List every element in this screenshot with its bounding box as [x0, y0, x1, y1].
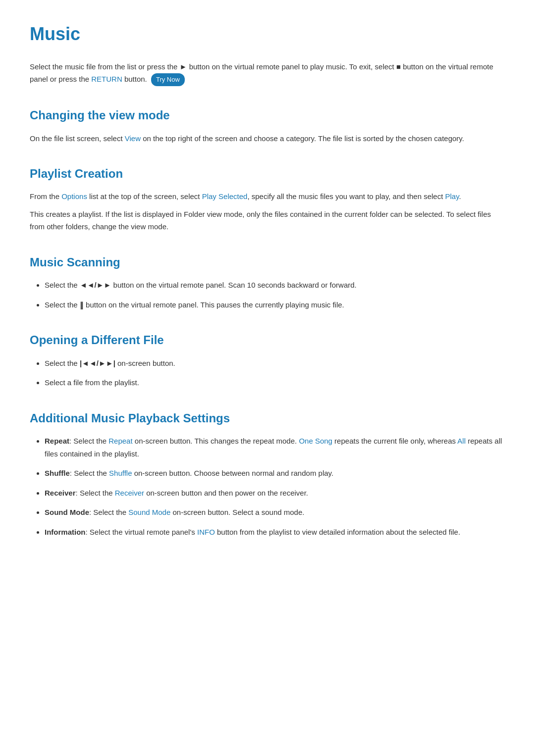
information-label: Information [45, 528, 86, 536]
list-item-information: Information: Select the virtual remote p… [45, 526, 505, 539]
text-3: From the [30, 192, 61, 201]
options-link[interactable]: Options [61, 192, 87, 201]
prev-next-button-symbol: |◄◄/►►| [80, 359, 115, 367]
view-link[interactable]: View [125, 134, 141, 143]
section-changing-view-mode: Changing the view mode On the file list … [30, 106, 505, 145]
text-5: , specify all the music files you want t… [247, 192, 445, 201]
section-playlist-creation: Playlist Creation From the Options list … [30, 164, 505, 233]
list-item-sound-mode: Sound Mode: Select the Sound Mode on-scr… [45, 506, 505, 519]
play-link[interactable]: Play [445, 192, 459, 201]
section-heading-additional-music-playback: Additional Music Playback Settings [30, 409, 505, 428]
changing-view-mode-paragraph: On the file list screen, select View on … [30, 132, 505, 145]
section-music-scanning: Music Scanning Select the ◄◄/►► button o… [30, 253, 505, 311]
all-link[interactable]: All [457, 437, 466, 445]
text-6: . [459, 192, 461, 201]
section-additional-music-playback: Additional Music Playback Settings Repea… [30, 409, 505, 538]
section-heading-playlist-creation: Playlist Creation [30, 164, 505, 183]
playlist-creation-paragraph-2: This creates a playlist. If the list is … [30, 208, 505, 233]
pause-button-symbol: ‖ [80, 301, 84, 309]
play-selected-link[interactable]: Play Selected [202, 192, 248, 201]
section-heading-music-scanning: Music Scanning [30, 253, 505, 272]
shuffle-link[interactable]: Shuffle [109, 469, 132, 477]
additional-settings-list: Repeat: Select the Repeat on-screen butt… [45, 435, 505, 538]
one-song-link[interactable]: One Song [299, 437, 332, 445]
text-2: on the top right of the screen and choos… [141, 134, 464, 143]
list-item-repeat: Repeat: Select the Repeat on-screen butt… [45, 435, 505, 460]
section-opening-different-file: Opening a Different File Select the |◄◄/… [30, 331, 505, 389]
list-item-shuffle: Shuffle: Select the Shuffle on-screen bu… [45, 467, 505, 480]
opening-file-list: Select the |◄◄/►►| on-screen button. Sel… [45, 357, 505, 389]
list-item: Select the ◄◄/►► button on the virtual r… [45, 279, 505, 292]
sound-mode-label: Sound Mode [45, 508, 89, 516]
list-item: Select the ‖ button on the virtual remot… [45, 299, 505, 311]
shuffle-label: Shuffle [45, 469, 70, 477]
receiver-label: Receiver [45, 489, 76, 497]
scan-button-symbol: ◄◄/►► [80, 281, 111, 289]
repeat-link[interactable]: Repeat [108, 437, 132, 445]
text-1: On the file list screen, select [30, 134, 125, 143]
section-heading-opening-different-file: Opening a Different File [30, 331, 505, 350]
list-item: Select a file from the playlist. [45, 376, 505, 389]
repeat-label: Repeat [45, 437, 69, 445]
receiver-link[interactable]: Receiver [115, 489, 144, 497]
try-now-button[interactable]: Try Now [151, 73, 185, 86]
intro-paragraph: Select the music file from the list or p… [30, 60, 505, 87]
section-heading-changing-view-mode: Changing the view mode [30, 106, 505, 125]
playlist-creation-paragraph-1: From the Options list at the top of the … [30, 190, 505, 203]
music-scanning-list: Select the ◄◄/►► button on the virtual r… [45, 279, 505, 311]
return-link[interactable]: RETURN [91, 75, 122, 83]
intro-text-after: button. [122, 75, 149, 83]
page-title: Music [30, 20, 505, 49]
sound-mode-link[interactable]: Sound Mode [128, 508, 170, 516]
list-item-receiver: Receiver: Select the Receiver on-screen … [45, 487, 505, 500]
text-4: list at the top of the screen, select [87, 192, 202, 201]
list-item: Select the |◄◄/►►| on-screen button. [45, 357, 505, 370]
info-link[interactable]: INFO [197, 528, 215, 536]
